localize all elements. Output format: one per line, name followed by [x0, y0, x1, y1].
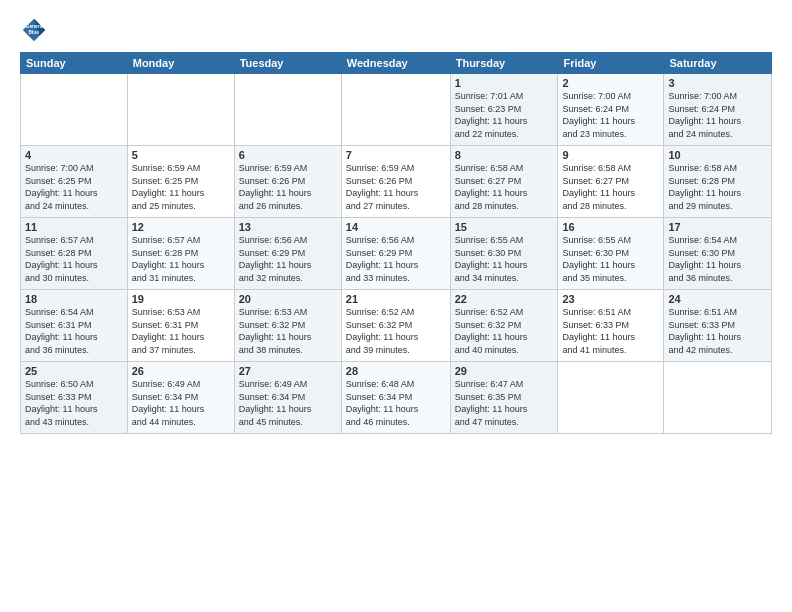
day-info: Sunrise: 6:59 AMSunset: 6:25 PMDaylight:… — [132, 162, 230, 212]
calendar-cell: 19Sunrise: 6:53 AMSunset: 6:31 PMDayligh… — [127, 290, 234, 362]
day-info: Sunrise: 7:01 AMSunset: 6:23 PMDaylight:… — [455, 90, 554, 140]
day-number: 29 — [455, 365, 554, 377]
day-info: Sunrise: 6:52 AMSunset: 6:32 PMDaylight:… — [455, 306, 554, 356]
day-number: 14 — [346, 221, 446, 233]
day-info: Sunrise: 6:57 AMSunset: 6:28 PMDaylight:… — [25, 234, 123, 284]
calendar-cell: 15Sunrise: 6:55 AMSunset: 6:30 PMDayligh… — [450, 218, 558, 290]
day-number: 21 — [346, 293, 446, 305]
day-info: Sunrise: 6:47 AMSunset: 6:35 PMDaylight:… — [455, 378, 554, 428]
day-number: 22 — [455, 293, 554, 305]
calendar-cell — [664, 362, 772, 434]
calendar-header-row: SundayMondayTuesdayWednesdayThursdayFrid… — [21, 53, 772, 74]
day-number: 27 — [239, 365, 337, 377]
calendar-cell: 22Sunrise: 6:52 AMSunset: 6:32 PMDayligh… — [450, 290, 558, 362]
calendar-week-row: 11Sunrise: 6:57 AMSunset: 6:28 PMDayligh… — [21, 218, 772, 290]
day-info: Sunrise: 6:55 AMSunset: 6:30 PMDaylight:… — [562, 234, 659, 284]
day-number: 9 — [562, 149, 659, 161]
calendar-cell: 12Sunrise: 6:57 AMSunset: 6:28 PMDayligh… — [127, 218, 234, 290]
header: General Blue — [20, 16, 772, 44]
calendar-cell: 10Sunrise: 6:58 AMSunset: 6:28 PMDayligh… — [664, 146, 772, 218]
calendar-cell: 13Sunrise: 6:56 AMSunset: 6:29 PMDayligh… — [234, 218, 341, 290]
svg-text:Blue: Blue — [28, 30, 39, 35]
day-number: 13 — [239, 221, 337, 233]
logo-icon: General Blue — [20, 16, 48, 44]
calendar-day-header: Tuesday — [234, 53, 341, 74]
day-info: Sunrise: 6:56 AMSunset: 6:29 PMDaylight:… — [239, 234, 337, 284]
day-info: Sunrise: 6:48 AMSunset: 6:34 PMDaylight:… — [346, 378, 446, 428]
day-info: Sunrise: 6:58 AMSunset: 6:27 PMDaylight:… — [562, 162, 659, 212]
day-info: Sunrise: 6:59 AMSunset: 6:26 PMDaylight:… — [239, 162, 337, 212]
day-info: Sunrise: 6:53 AMSunset: 6:31 PMDaylight:… — [132, 306, 230, 356]
day-number: 6 — [239, 149, 337, 161]
calendar-cell: 20Sunrise: 6:53 AMSunset: 6:32 PMDayligh… — [234, 290, 341, 362]
day-number: 25 — [25, 365, 123, 377]
calendar-cell: 24Sunrise: 6:51 AMSunset: 6:33 PMDayligh… — [664, 290, 772, 362]
svg-text:General: General — [26, 24, 45, 29]
calendar-cell: 26Sunrise: 6:49 AMSunset: 6:34 PMDayligh… — [127, 362, 234, 434]
day-number: 12 — [132, 221, 230, 233]
day-number: 15 — [455, 221, 554, 233]
day-info: Sunrise: 6:51 AMSunset: 6:33 PMDaylight:… — [668, 306, 767, 356]
calendar-day-header: Sunday — [21, 53, 128, 74]
day-number: 3 — [668, 77, 767, 89]
calendar-cell — [341, 74, 450, 146]
calendar-cell: 27Sunrise: 6:49 AMSunset: 6:34 PMDayligh… — [234, 362, 341, 434]
calendar-cell: 5Sunrise: 6:59 AMSunset: 6:25 PMDaylight… — [127, 146, 234, 218]
day-info: Sunrise: 6:57 AMSunset: 6:28 PMDaylight:… — [132, 234, 230, 284]
day-number: 7 — [346, 149, 446, 161]
calendar-cell: 9Sunrise: 6:58 AMSunset: 6:27 PMDaylight… — [558, 146, 664, 218]
day-info: Sunrise: 6:54 AMSunset: 6:30 PMDaylight:… — [668, 234, 767, 284]
calendar-day-header: Friday — [558, 53, 664, 74]
page: General Blue SundayMondayTuesdayWednesda… — [0, 0, 792, 612]
calendar-table: SundayMondayTuesdayWednesdayThursdayFrid… — [20, 52, 772, 434]
calendar-cell: 3Sunrise: 7:00 AMSunset: 6:24 PMDaylight… — [664, 74, 772, 146]
day-number: 23 — [562, 293, 659, 305]
day-number: 20 — [239, 293, 337, 305]
calendar-cell: 28Sunrise: 6:48 AMSunset: 6:34 PMDayligh… — [341, 362, 450, 434]
day-info: Sunrise: 6:59 AMSunset: 6:26 PMDaylight:… — [346, 162, 446, 212]
day-number: 4 — [25, 149, 123, 161]
calendar-cell: 2Sunrise: 7:00 AMSunset: 6:24 PMDaylight… — [558, 74, 664, 146]
logo: General Blue — [20, 16, 52, 44]
calendar-cell: 25Sunrise: 6:50 AMSunset: 6:33 PMDayligh… — [21, 362, 128, 434]
calendar-cell — [21, 74, 128, 146]
calendar-cell — [234, 74, 341, 146]
day-number: 24 — [668, 293, 767, 305]
calendar-week-row: 18Sunrise: 6:54 AMSunset: 6:31 PMDayligh… — [21, 290, 772, 362]
day-info: Sunrise: 6:49 AMSunset: 6:34 PMDaylight:… — [132, 378, 230, 428]
day-number: 19 — [132, 293, 230, 305]
calendar-cell: 7Sunrise: 6:59 AMSunset: 6:26 PMDaylight… — [341, 146, 450, 218]
calendar-cell: 18Sunrise: 6:54 AMSunset: 6:31 PMDayligh… — [21, 290, 128, 362]
day-number: 8 — [455, 149, 554, 161]
calendar-cell: 11Sunrise: 6:57 AMSunset: 6:28 PMDayligh… — [21, 218, 128, 290]
calendar-week-row: 25Sunrise: 6:50 AMSunset: 6:33 PMDayligh… — [21, 362, 772, 434]
day-info: Sunrise: 6:49 AMSunset: 6:34 PMDaylight:… — [239, 378, 337, 428]
calendar-cell: 17Sunrise: 6:54 AMSunset: 6:30 PMDayligh… — [664, 218, 772, 290]
calendar-day-header: Monday — [127, 53, 234, 74]
day-info: Sunrise: 6:55 AMSunset: 6:30 PMDaylight:… — [455, 234, 554, 284]
calendar-day-header: Wednesday — [341, 53, 450, 74]
day-info: Sunrise: 7:00 AMSunset: 6:24 PMDaylight:… — [668, 90, 767, 140]
calendar-cell: 21Sunrise: 6:52 AMSunset: 6:32 PMDayligh… — [341, 290, 450, 362]
calendar-cell: 8Sunrise: 6:58 AMSunset: 6:27 PMDaylight… — [450, 146, 558, 218]
calendar-cell: 4Sunrise: 7:00 AMSunset: 6:25 PMDaylight… — [21, 146, 128, 218]
calendar-cell: 16Sunrise: 6:55 AMSunset: 6:30 PMDayligh… — [558, 218, 664, 290]
calendar-week-row: 1Sunrise: 7:01 AMSunset: 6:23 PMDaylight… — [21, 74, 772, 146]
day-info: Sunrise: 6:58 AMSunset: 6:28 PMDaylight:… — [668, 162, 767, 212]
day-number: 2 — [562, 77, 659, 89]
calendar-day-header: Thursday — [450, 53, 558, 74]
calendar-cell: 29Sunrise: 6:47 AMSunset: 6:35 PMDayligh… — [450, 362, 558, 434]
day-info: Sunrise: 6:54 AMSunset: 6:31 PMDaylight:… — [25, 306, 123, 356]
calendar-cell: 1Sunrise: 7:01 AMSunset: 6:23 PMDaylight… — [450, 74, 558, 146]
day-info: Sunrise: 6:53 AMSunset: 6:32 PMDaylight:… — [239, 306, 337, 356]
calendar-day-header: Saturday — [664, 53, 772, 74]
day-info: Sunrise: 6:56 AMSunset: 6:29 PMDaylight:… — [346, 234, 446, 284]
day-info: Sunrise: 6:50 AMSunset: 6:33 PMDaylight:… — [25, 378, 123, 428]
day-number: 16 — [562, 221, 659, 233]
day-info: Sunrise: 7:00 AMSunset: 6:25 PMDaylight:… — [25, 162, 123, 212]
day-number: 11 — [25, 221, 123, 233]
day-number: 1 — [455, 77, 554, 89]
calendar-cell: 23Sunrise: 6:51 AMSunset: 6:33 PMDayligh… — [558, 290, 664, 362]
day-info: Sunrise: 6:58 AMSunset: 6:27 PMDaylight:… — [455, 162, 554, 212]
calendar-cell — [127, 74, 234, 146]
